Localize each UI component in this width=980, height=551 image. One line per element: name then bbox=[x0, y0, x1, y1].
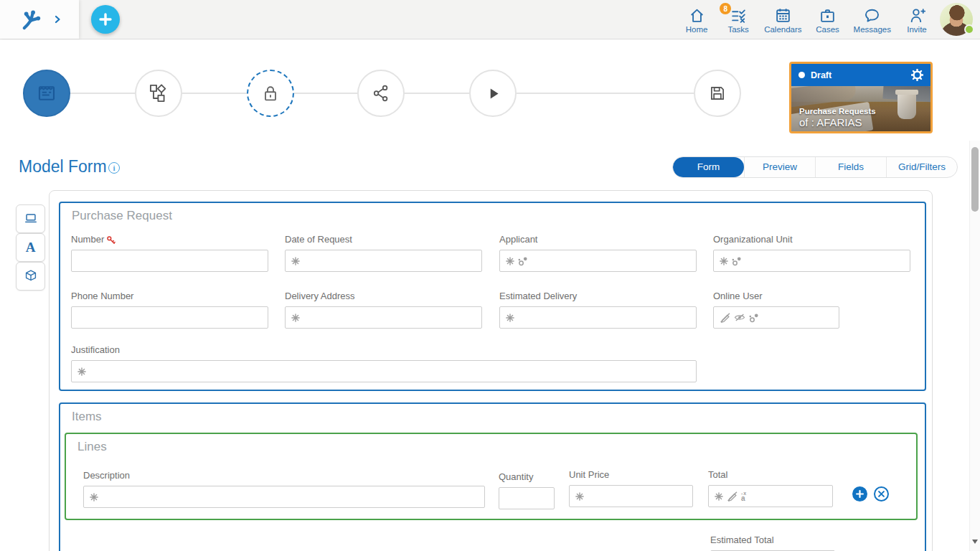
run-step-icon bbox=[484, 84, 502, 103]
tab-form[interactable]: Form bbox=[673, 157, 744, 177]
field-label: Quantity bbox=[499, 471, 555, 482]
share-step-icon bbox=[371, 83, 391, 103]
nav-home-label: Home bbox=[686, 25, 708, 34]
scroll-down-icon[interactable] bbox=[972, 540, 978, 544]
field-label: Date of Request bbox=[285, 234, 482, 245]
online-user-input[interactable] bbox=[713, 306, 839, 329]
field-delivery-address: Delivery Address bbox=[285, 291, 482, 329]
status-dot-icon bbox=[798, 72, 805, 78]
field-unit-price: Unit Price bbox=[569, 469, 693, 507]
estimated-delivery-input[interactable] bbox=[499, 306, 697, 329]
formula-icon: -xa bbox=[741, 491, 747, 502]
nav-calendars[interactable]: Calendars bbox=[764, 6, 801, 34]
relationship-icon bbox=[518, 256, 528, 266]
topbar: Home 8 Tasks Calenda bbox=[0, 0, 980, 39]
field-date-of-request: Date of Request bbox=[285, 234, 482, 272]
field-label: Online User bbox=[713, 291, 839, 301]
number-input[interactable] bbox=[71, 250, 268, 272]
tab-preview[interactable]: Preview bbox=[744, 157, 815, 177]
scrollbar-thumb[interactable] bbox=[971, 147, 979, 212]
calendar-icon bbox=[774, 6, 792, 24]
nav-tasks-label: Tasks bbox=[727, 25, 748, 34]
no-edit-icon bbox=[727, 491, 738, 501]
nav-tasks[interactable]: 8 Tasks bbox=[722, 6, 754, 34]
section-items: Items Lines Description Quantity Unit Pr… bbox=[59, 402, 926, 551]
save-step-icon bbox=[708, 84, 727, 103]
section-purchase-request: Purchase Request Number Date of Request … bbox=[59, 202, 926, 391]
vertical-scrollbar[interactable] bbox=[969, 141, 980, 551]
quantity-input[interactable] bbox=[499, 487, 555, 509]
step-run[interactable] bbox=[469, 70, 517, 117]
unit-price-input[interactable] bbox=[569, 485, 693, 507]
form-step-icon bbox=[36, 83, 57, 104]
field-label: Applicant bbox=[499, 234, 697, 245]
process-step-icon bbox=[149, 83, 169, 103]
sydle-logo[interactable] bbox=[19, 7, 43, 32]
invite-icon bbox=[908, 6, 926, 24]
justification-input[interactable] bbox=[71, 360, 697, 382]
field-organizational-unit: Organizational Unit bbox=[713, 234, 910, 272]
cube-icon bbox=[23, 268, 39, 284]
required-icon bbox=[720, 257, 728, 265]
info-icon[interactable]: i bbox=[108, 162, 120, 174]
delivery-address-input[interactable] bbox=[285, 306, 482, 329]
relationship-icon bbox=[749, 313, 759, 323]
organizational-unit-input[interactable] bbox=[713, 250, 910, 272]
field-justification: Justification bbox=[71, 344, 697, 382]
nav-invite[interactable]: Invite bbox=[901, 6, 933, 34]
online-status-dot bbox=[964, 24, 974, 34]
add-line-button[interactable] bbox=[852, 486, 867, 501]
no-edit-icon bbox=[720, 312, 730, 323]
process-status-card[interactable]: Draft Purchase Requests of : AFARIAS bbox=[789, 62, 933, 133]
add-button[interactable] bbox=[91, 5, 120, 34]
page-title: Model Form bbox=[19, 157, 107, 176]
field-label: Description bbox=[83, 470, 485, 481]
field-label: Estimated Delivery bbox=[499, 291, 697, 301]
designer-toolbar: A bbox=[16, 204, 45, 291]
step-process[interactable] bbox=[135, 70, 182, 117]
nav-messages-label: Messages bbox=[854, 25, 891, 34]
description-input[interactable] bbox=[83, 486, 485, 508]
remove-line-icon bbox=[878, 491, 885, 497]
object-tool-button[interactable] bbox=[16, 262, 45, 291]
text-tool-button[interactable]: A bbox=[16, 233, 45, 262]
field-phone-number: Phone Number bbox=[71, 291, 268, 329]
remove-line-button[interactable] bbox=[874, 486, 889, 501]
date-of-request-input[interactable] bbox=[285, 250, 482, 272]
field-label: Number bbox=[71, 234, 104, 245]
step-save[interactable] bbox=[694, 70, 741, 117]
tab-fields[interactable]: Fields bbox=[815, 157, 886, 177]
section-title: Purchase Request bbox=[72, 209, 172, 223]
field-estimated-total: Estimated Total bbox=[710, 534, 835, 551]
field-label: Justification bbox=[71, 344, 697, 355]
key-icon bbox=[106, 235, 116, 245]
tab-grid-filters[interactable]: Grid/Filters bbox=[886, 157, 957, 177]
phone-number-input[interactable] bbox=[71, 306, 268, 329]
nav-cases-label: Cases bbox=[816, 25, 839, 34]
device-view-button[interactable] bbox=[16, 204, 45, 233]
applicant-input[interactable] bbox=[499, 250, 697, 272]
screen: Home 8 Tasks Calenda bbox=[0, 0, 980, 551]
subsection-title: Lines bbox=[77, 440, 107, 454]
nav-invite-label: Invite bbox=[907, 25, 927, 34]
lock-step-icon bbox=[260, 83, 281, 103]
step-permissions[interactable] bbox=[247, 70, 294, 117]
chevron-right-icon[interactable] bbox=[53, 15, 62, 24]
status-card-header: Draft bbox=[791, 64, 930, 86]
section-title: Items bbox=[72, 410, 102, 424]
step-share[interactable] bbox=[357, 70, 405, 117]
add-line-icon bbox=[856, 490, 864, 498]
status-label: Draft bbox=[811, 70, 831, 80]
step-form[interactable] bbox=[23, 70, 70, 117]
total-input[interactable]: -xa bbox=[708, 485, 833, 507]
logo-zone bbox=[0, 0, 79, 39]
nav-home[interactable]: Home bbox=[681, 6, 712, 34]
card-title: Purchase Requests bbox=[799, 107, 876, 116]
topbar-nav: Home 8 Tasks Calenda bbox=[681, 4, 933, 37]
text-tool-icon: A bbox=[26, 240, 36, 255]
nav-messages[interactable]: Messages bbox=[854, 6, 891, 34]
nav-cases[interactable]: Cases bbox=[812, 6, 844, 34]
gear-icon[interactable] bbox=[911, 69, 923, 81]
field-label: Estimated Total bbox=[710, 534, 835, 545]
required-icon bbox=[506, 314, 514, 322]
